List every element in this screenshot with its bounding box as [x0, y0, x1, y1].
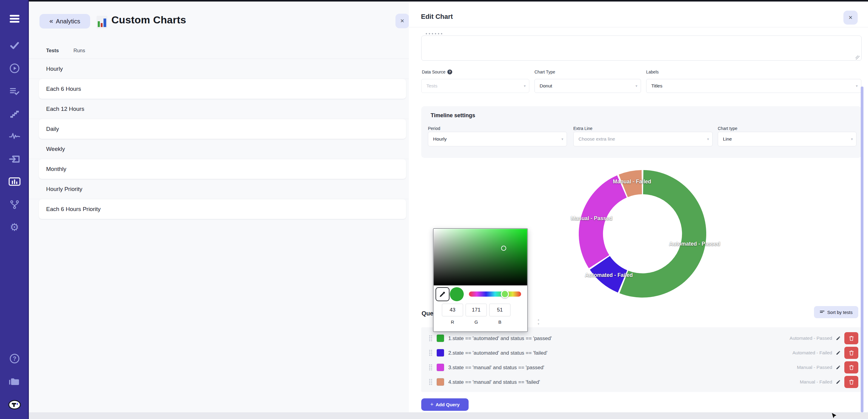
color-mode-toggle-icon[interactable]: ⌃⌄: [537, 320, 539, 325]
list-item-each-6-hours[interactable]: Each 6 Hours: [39, 79, 406, 99]
clipped-field-label: [426, 33, 444, 34]
sort-icon: [820, 310, 825, 314]
vertical-scrollbar[interactable]: [861, 87, 863, 412]
add-query-button[interactable]: + Add Query: [421, 398, 469, 411]
help-icon[interactable]: ?: [0, 352, 29, 365]
eyedropper-button[interactable]: [436, 287, 450, 301]
chevron-down-icon: ▾: [856, 84, 858, 88]
color-picker-popover: R G B ⌃⌄: [433, 228, 528, 332]
drag-handle-icon[interactable]: [429, 364, 433, 371]
list-item-hourly-priority[interactable]: Hourly Priority: [29, 179, 409, 199]
list-item-hourly[interactable]: Hourly: [29, 59, 409, 79]
analytics-bar-chart-icon[interactable]: [0, 175, 29, 188]
list-item-weekly[interactable]: Weekly: [29, 139, 409, 159]
timeline-settings-heading: Timeline settings: [431, 112, 475, 119]
chevron-down-icon: ▾: [561, 137, 563, 141]
donut-segment[interactable]: [579, 175, 627, 268]
sort-by-tests-button[interactable]: Sort by tests: [814, 306, 858, 318]
red-label: R: [442, 320, 463, 325]
settings-gear-icon[interactable]: ⚙: [0, 220, 29, 234]
edit-pencil-icon[interactable]: [836, 336, 841, 341]
bar-chart-emoji-icon: [96, 16, 107, 29]
queries-list: 1.state == 'automated' and status == 'pa…: [421, 327, 861, 392]
back-to-analytics-button[interactable]: « Analytics: [39, 14, 90, 29]
edit-pencil-icon[interactable]: [836, 380, 841, 384]
green-label: G: [466, 320, 487, 325]
period-select[interactable]: Hourly ▾: [428, 132, 567, 146]
blue-input[interactable]: [489, 304, 510, 317]
saturation-cursor[interactable]: [501, 246, 506, 251]
help-circle-icon[interactable]: ?: [447, 69, 452, 74]
extra-line-select[interactable]: Choose extra line ▾: [573, 132, 713, 146]
chart-description-textarea[interactable]: [421, 35, 862, 61]
edit-pencil-icon[interactable]: [836, 365, 841, 370]
test-plans-list-check-icon[interactable]: [0, 84, 29, 98]
query-color-swatch[interactable]: [437, 378, 444, 386]
textarea-resize-grip[interactable]: [856, 56, 860, 60]
tests-check-icon[interactable]: [0, 39, 29, 52]
chevron-down-icon: ▾: [851, 137, 853, 141]
red-input[interactable]: [442, 304, 463, 317]
query-title-label: Automated - Passed: [790, 335, 832, 341]
close-edit-chart-button[interactable]: ×: [843, 11, 858, 25]
hamburger-menu-icon[interactable]: [0, 12, 29, 26]
query-color-swatch[interactable]: [437, 335, 444, 342]
delete-query-button[interactable]: [844, 332, 858, 344]
labels-select[interactable]: Titles ▾: [646, 79, 861, 93]
green-input[interactable]: [466, 304, 487, 317]
custom-charts-panel: « Analytics Custom Charts × Tests Runs H…: [29, 2, 409, 412]
close-panel-button[interactable]: ×: [396, 14, 409, 28]
query-title-label: Manual - Passed: [797, 365, 832, 370]
list-item-monthly[interactable]: Monthly: [39, 159, 406, 179]
saturation-value-area[interactable]: [434, 229, 527, 286]
donut-chart: Automated - PassedAutomated - FailedManu…: [579, 170, 706, 298]
list-item-daily[interactable]: Daily: [39, 119, 406, 139]
drag-handle-icon[interactable]: [429, 350, 433, 356]
trends-stairs-icon[interactable]: [0, 107, 29, 121]
runs-play-icon[interactable]: [0, 62, 29, 75]
drag-handle-icon[interactable]: [429, 379, 433, 385]
drag-handle-icon[interactable]: [429, 335, 433, 341]
donut-segment-label: Manual - Failed: [613, 179, 651, 185]
list-item-each-6-hours-priority[interactable]: Each 6 Hours Priority: [39, 199, 406, 219]
sidebar: ⚙ ?: [0, 0, 29, 419]
projects-folder-icon[interactable]: [0, 375, 29, 388]
edit-pencil-icon[interactable]: [836, 350, 841, 355]
chart-type-select[interactable]: Donut ▾: [534, 79, 641, 93]
period-label: Period: [428, 126, 440, 131]
branches-icon[interactable]: [0, 198, 29, 211]
data-source-select[interactable]: Tests ▾: [421, 79, 529, 93]
query-row: 1.state == 'automated' and status == 'pa…: [421, 331, 861, 346]
divider: [409, 27, 868, 27]
tab-runs[interactable]: Runs: [73, 48, 85, 54]
query-title-label: Automated - Failed: [793, 350, 832, 356]
chevron-left-icon: «: [50, 18, 53, 25]
timeline-chart-type-select[interactable]: Line ▾: [718, 132, 857, 146]
extra-line-label: Extra Line: [573, 126, 592, 131]
svg-text:?: ?: [13, 355, 17, 362]
app-logo[interactable]: [0, 398, 29, 411]
query-row: 4.state == 'manual' and status == 'faile…: [421, 375, 861, 389]
labels-label: Labels: [646, 69, 659, 74]
chart-type-label: Chart Type: [534, 69, 555, 74]
tab-bar: Tests Runs: [46, 48, 85, 54]
hue-slider-thumb[interactable]: [501, 290, 509, 298]
edit-chart-title: Edit Chart: [421, 13, 453, 21]
mouse-cursor: [831, 412, 839, 419]
hue-slider[interactable]: [469, 292, 521, 297]
query-color-swatch[interactable]: [437, 349, 444, 356]
donut-segment-label: Automated - Failed: [585, 272, 633, 278]
pulse-activity-icon[interactable]: [0, 129, 29, 143]
delete-query-button[interactable]: [844, 376, 858, 388]
list-item-each-12-hours[interactable]: Each 12 Hours: [29, 99, 409, 119]
plus-icon: +: [430, 401, 434, 408]
delete-query-button[interactable]: [844, 347, 858, 359]
app-root: ⚙ ? « Analytics Custom Charts × Tests Ru…: [0, 0, 868, 419]
query-color-swatch[interactable]: [437, 364, 444, 371]
import-icon[interactable]: [0, 152, 29, 166]
delete-query-button[interactable]: [844, 361, 858, 373]
chevron-down-icon: ▾: [707, 137, 709, 141]
chevron-down-icon: ▾: [524, 84, 526, 88]
tab-tests[interactable]: Tests: [46, 48, 59, 54]
donut-segment-label: Manual - Passed: [571, 215, 613, 222]
